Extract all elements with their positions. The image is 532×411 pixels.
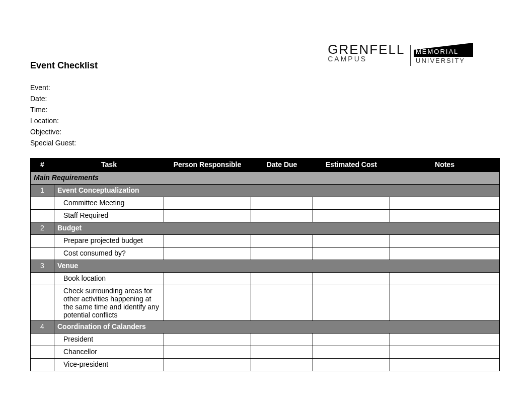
cell-task: Check surrounding areas for other activi… — [54, 285, 164, 321]
cell-num — [31, 346, 54, 359]
meta-guest: Special Guest: — [30, 139, 502, 147]
meta-time: Time: — [30, 106, 502, 114]
meta-event: Event: — [30, 84, 502, 92]
cell-person — [164, 359, 251, 371]
cell-cost — [313, 359, 390, 371]
group-row: 4Coordination of Calanders — [31, 321, 500, 334]
cell-num — [31, 285, 54, 321]
cell-person — [164, 210, 251, 222]
cell-cost — [313, 210, 390, 222]
meta-fields: Event: Date: Time: Location: Objective: … — [30, 84, 502, 147]
table-row: Staff Required — [31, 210, 500, 222]
cell-notes — [390, 285, 500, 321]
table-row: President — [31, 334, 500, 346]
cell-cost — [313, 334, 390, 346]
cell-due — [251, 285, 313, 321]
cell-notes — [390, 334, 500, 346]
cell-num — [31, 248, 54, 260]
cell-notes — [390, 248, 500, 260]
logo-right: MEMORIAL UNIVERSITY — [414, 43, 474, 68]
section-title: Main Requirements — [31, 172, 500, 185]
cell-task: Committee Meeting — [54, 197, 164, 210]
cell-due — [251, 334, 313, 346]
col-cost: Estimated Cost — [313, 158, 390, 172]
cell-person — [164, 248, 251, 260]
cell-cost — [313, 248, 390, 260]
cell-person — [164, 273, 251, 285]
cell-notes — [390, 235, 500, 248]
header-row: # Task Person Responsible Date Due Estim… — [31, 158, 500, 172]
cell-due — [251, 197, 313, 210]
cell-task: Vice-president — [54, 359, 164, 371]
col-num: # — [31, 158, 54, 172]
col-person: Person Responsible — [164, 158, 251, 172]
cell-task: Prepare projected budget — [54, 235, 164, 248]
meta-date: Date: — [30, 95, 502, 103]
cell-num — [31, 197, 54, 210]
cell-cost — [313, 273, 390, 285]
cell-num — [31, 210, 54, 222]
cell-due — [251, 210, 313, 222]
cell-person — [164, 285, 251, 321]
cell-task: Staff Required — [54, 210, 164, 222]
cell-num — [31, 235, 54, 248]
cell-due — [251, 248, 313, 260]
cell-notes — [390, 273, 500, 285]
cell-cost — [313, 197, 390, 210]
logo-university: UNIVERSITY — [416, 57, 465, 64]
cell-person — [164, 235, 251, 248]
logo: GRENFELL CAMPUS MEMORIAL UNIVERSITY — [328, 43, 474, 68]
section-row: Main Requirements — [31, 172, 500, 185]
cell-cost — [313, 235, 390, 248]
cell-task: Chancellor — [54, 346, 164, 359]
logo-left: GRENFELL CAMPUS — [328, 43, 405, 63]
meta-location: Location: — [30, 117, 502, 125]
table-row: Check surrounding areas for other activi… — [31, 285, 500, 321]
cell-due — [251, 235, 313, 248]
cell-due — [251, 359, 313, 371]
cell-notes — [390, 210, 500, 222]
table-row: Committee Meeting — [31, 197, 500, 210]
cell-person — [164, 346, 251, 359]
group-row: 1Event Conceptualization — [31, 185, 500, 197]
table-row: Cost consumed by? — [31, 248, 500, 260]
table-body: Main Requirements 1Event Conceptualizati… — [31, 172, 500, 371]
cell-due — [251, 273, 313, 285]
cell-num — [31, 334, 54, 346]
cell-cost — [313, 346, 390, 359]
cell-task: Book location — [54, 273, 164, 285]
cell-cost — [313, 285, 390, 321]
cell-person — [164, 334, 251, 346]
cell-due — [251, 346, 313, 359]
table-row: Prepare projected budget — [31, 235, 500, 248]
page: GRENFELL CAMPUS MEMORIAL UNIVERSITY Even… — [0, 0, 532, 411]
table-row: Vice-president — [31, 359, 500, 371]
group-num: 4 — [31, 321, 54, 334]
group-title: Event Conceptualization — [54, 185, 500, 197]
meta-objective: Objective: — [30, 128, 502, 136]
cell-task: Cost consumed by? — [54, 248, 164, 260]
group-row: 3Venue — [31, 260, 500, 273]
col-task: Task — [54, 158, 164, 172]
group-title: Coordination of Calanders — [54, 321, 500, 334]
logo-divider — [410, 45, 411, 66]
group-num: 1 — [31, 185, 54, 197]
col-notes: Notes — [390, 158, 500, 172]
group-num: 3 — [31, 260, 54, 273]
cell-notes — [390, 197, 500, 210]
group-title: Budget — [54, 222, 500, 235]
cell-num — [31, 359, 54, 371]
group-title: Venue — [54, 260, 500, 273]
cell-person — [164, 197, 251, 210]
group-row: 2Budget — [31, 222, 500, 235]
checklist-table: # Task Person Responsible Date Due Estim… — [30, 158, 500, 371]
table-row: Chancellor — [31, 346, 500, 359]
cell-num — [31, 273, 54, 285]
group-num: 2 — [31, 222, 54, 235]
col-due: Date Due — [251, 158, 313, 172]
cell-notes — [390, 346, 500, 359]
logo-memorial: MEMORIAL — [416, 48, 459, 55]
cell-task: President — [54, 334, 164, 346]
cell-notes — [390, 359, 500, 371]
logo-grenfell: GRENFELL — [328, 43, 405, 56]
